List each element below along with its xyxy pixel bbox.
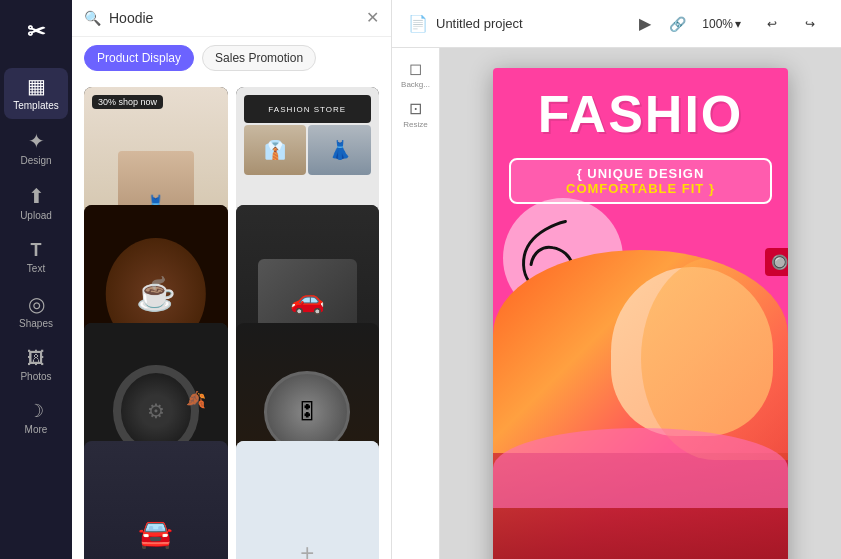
design-canvas[interactable]: FASHIO { UNIQUE DESIGN COMFORTABLE FIT }… [493, 68, 788, 559]
sidebar: ✂ ▦ Templates ✦ Design ⬆ Upload T Text ◎… [0, 0, 72, 559]
templates-panel: 🔍 ✕ Product Display Sales Promotion 30% … [72, 0, 392, 559]
canvas-topbar: 📄 Untitled project ▶ 🔗 100% ▾ ↩ ↪ [392, 0, 841, 48]
redo-button[interactable]: ↪ [795, 12, 825, 36]
filter-sales-promotion[interactable]: Sales Promotion [202, 45, 316, 71]
chevron-down-icon: ▾ [735, 17, 741, 31]
topbar-left: 📄 Untitled project [408, 14, 523, 33]
fashion-subtitle-box: { UNIQUE DESIGN COMFORTABLE FIT } [509, 158, 772, 204]
photos-icon: 🖼 [27, 349, 45, 367]
pink-wave [493, 428, 788, 508]
play-button[interactable]: ▶ [629, 9, 661, 38]
resize-icon: ⊡ [409, 99, 422, 118]
more-icon: ☽ [28, 402, 44, 420]
template-card-car-options[interactable]: 🚘 Customizable Car Options Shop Now [84, 441, 228, 559]
templates-grid: 30% shop now 👗 LONG SKIRT The product is… [72, 79, 391, 559]
sidebar-item-shapes[interactable]: ◎ Shapes [4, 286, 68, 337]
canvas-wrapper: ◻ Backg... ⊡ Resize FASHIO { UNIQUE DESI… [392, 48, 841, 559]
filter-chips-row: Product Display Sales Promotion [72, 37, 391, 79]
canvas-area: 📄 Untitled project ▶ 🔗 100% ▾ ↩ ↪ ◻ Back… [392, 0, 841, 559]
templates-icon: ▦ [27, 76, 46, 96]
sidebar-item-design[interactable]: ✦ Design [4, 123, 68, 174]
sidebar-item-label: Templates [13, 100, 59, 111]
canvas-content: FASHIO { UNIQUE DESIGN COMFORTABLE FIT }… [440, 48, 841, 559]
sidebar-item-label: More [25, 424, 48, 435]
sidebar-item-label: Text [27, 263, 45, 274]
zoom-level: 100% [702, 17, 733, 31]
search-bar: 🔍 ✕ [72, 0, 391, 37]
sidebar-item-upload[interactable]: ⬆ Upload [4, 178, 68, 229]
filter-product-display[interactable]: Product Display [84, 45, 194, 71]
file-icon: 📄 [408, 14, 428, 33]
subtitle-line2: COMFORTABLE FIT } [521, 181, 760, 196]
app-logo: ✂ [16, 12, 56, 52]
topbar-right: ▶ 🔗 100% ▾ ↩ ↪ [629, 9, 825, 38]
sidebar-item-text[interactable]: T Text [4, 233, 68, 282]
sidebar-item-label: Upload [20, 210, 52, 221]
text-icon: T [31, 241, 42, 259]
share-icon: 🔗 [669, 16, 686, 32]
sidebar-item-photos[interactable]: 🖼 Photos [4, 341, 68, 390]
design-icon: ✦ [28, 131, 45, 151]
template-card-placeholder[interactable]: + [236, 441, 380, 559]
fashion-person [493, 250, 788, 559]
search-input[interactable] [109, 10, 358, 26]
sidebar-item-label: Design [20, 155, 51, 166]
sidebar-item-label: Shapes [19, 318, 53, 329]
sidebar-item-label: Photos [20, 371, 51, 382]
upload-icon: ⬆ [28, 186, 45, 206]
zoom-control[interactable]: 100% ▾ [694, 13, 749, 35]
sidebar-item-templates[interactable]: ▦ Templates [4, 68, 68, 119]
background-icon: ◻ [409, 59, 422, 78]
clear-search-button[interactable]: ✕ [366, 10, 379, 26]
resize-tool[interactable]: ⊡ Resize [398, 96, 434, 132]
fashion-title: FASHIO [493, 88, 788, 140]
background-tool[interactable]: ◻ Backg... [398, 56, 434, 92]
undo-button[interactable]: ↩ [757, 12, 787, 36]
subtitle-line1: { UNIQUE DESIGN [521, 166, 760, 181]
shapes-icon: ◎ [28, 294, 45, 314]
card-tag: 30% shop now [92, 95, 163, 109]
leaf-icon: 🍂 [186, 390, 206, 409]
side-tools: ◻ Backg... ⊡ Resize [392, 48, 440, 559]
canvas-title: Untitled project [436, 16, 523, 31]
sidebar-item-more[interactable]: ☽ More [4, 394, 68, 443]
search-icon: 🔍 [84, 10, 101, 26]
